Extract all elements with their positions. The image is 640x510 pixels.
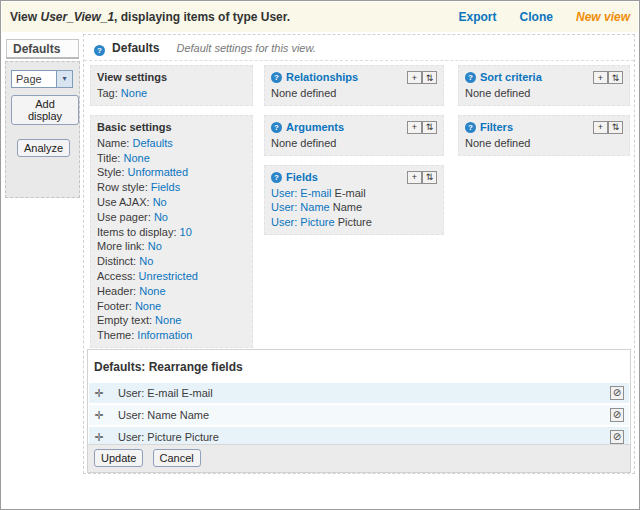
setting-row: Use pager: No bbox=[97, 210, 246, 225]
page-title: View User_View_1, displaying items of ty… bbox=[10, 10, 290, 24]
setting-value-link[interactable]: No bbox=[154, 211, 168, 223]
help-icon[interactable]: ? bbox=[271, 72, 282, 83]
setting-value-link[interactable]: Defaults bbox=[132, 137, 172, 149]
field-link[interactable]: User: E-mail bbox=[271, 187, 332, 199]
help-icon[interactable]: ? bbox=[94, 45, 105, 56]
help-icon[interactable]: ? bbox=[271, 122, 282, 133]
view-settings-title: View settings bbox=[97, 70, 246, 85]
relationships-title-link[interactable]: Relationships bbox=[286, 70, 358, 85]
cancel-button[interactable]: Cancel bbox=[153, 449, 201, 467]
add-field-button[interactable]: + bbox=[407, 171, 422, 184]
views-ui-page: View User_View_1, displaying items of ty… bbox=[0, 0, 640, 510]
filters-box: ? Filters + ⇅ None defined bbox=[458, 115, 630, 156]
setting-value-link[interactable]: Unformatted bbox=[128, 166, 189, 178]
setting-value-link[interactable]: None bbox=[155, 314, 181, 326]
field-row: User: E-mail E-mail bbox=[271, 186, 437, 201]
add-sort-button[interactable]: + bbox=[593, 71, 608, 84]
analyze-button[interactable]: Analyze bbox=[17, 139, 70, 157]
field-link[interactable]: User: Name bbox=[271, 201, 330, 213]
setting-label: Header: bbox=[97, 285, 136, 297]
title-prefix: View bbox=[10, 10, 40, 24]
setting-value-link[interactable]: No bbox=[139, 255, 153, 267]
display-subtitle: Default settings for this view. bbox=[176, 42, 315, 54]
rearrange-filters-button[interactable]: ⇅ bbox=[608, 121, 623, 134]
arguments-box: ? Arguments + ⇅ None defined bbox=[264, 115, 444, 156]
field-label: Picture bbox=[338, 216, 372, 228]
setting-row: Footer: None bbox=[97, 299, 246, 314]
rearrange-sorts-button[interactable]: ⇅ bbox=[608, 71, 623, 84]
setting-label: More link: bbox=[97, 240, 145, 252]
help-icon[interactable]: ? bbox=[465, 122, 476, 133]
setting-label: Row style: bbox=[97, 181, 148, 193]
rearrange-relationships-button[interactable]: ⇅ bbox=[422, 71, 437, 84]
arguments-title-link[interactable]: Arguments bbox=[286, 120, 344, 135]
settings-column-3: ? Sort criteria + ⇅ None defined ? Filte… bbox=[458, 65, 630, 165]
setting-label: Name: bbox=[97, 137, 129, 149]
sort-criteria-header: ? Sort criteria + ⇅ bbox=[465, 70, 623, 85]
clone-link[interactable]: Clone bbox=[520, 10, 553, 24]
field-row: User: Picture Picture bbox=[271, 215, 437, 230]
filters-empty-text: None defined bbox=[465, 136, 623, 151]
setting-value-link[interactable]: 10 bbox=[180, 226, 192, 238]
display-tab-defaults[interactable]: Defaults bbox=[6, 39, 79, 59]
title-suffix: , displaying items of type User. bbox=[114, 10, 290, 24]
relationships-empty-text: None defined bbox=[271, 86, 437, 101]
fields-box: ? Fields + ⇅ User: E-mail E-mail User: N… bbox=[264, 165, 444, 235]
display-settings-panel: ? Defaults Default settings for this vie… bbox=[83, 34, 635, 474]
drag-handle-icon[interactable]: ✛ bbox=[92, 431, 106, 444]
export-link[interactable]: Export bbox=[458, 10, 496, 24]
sort-criteria-title-link[interactable]: Sort criteria bbox=[480, 70, 542, 85]
add-filter-button[interactable]: + bbox=[593, 121, 608, 134]
setting-value-link[interactable]: Information bbox=[137, 329, 192, 341]
remove-field-icon[interactable]: ⊘ bbox=[610, 408, 624, 422]
add-argument-button[interactable]: + bbox=[407, 121, 422, 134]
setting-value-link[interactable]: Unrestricted bbox=[139, 270, 198, 282]
display-type-select[interactable]: Page ▾ bbox=[11, 70, 73, 88]
help-icon[interactable]: ? bbox=[465, 72, 476, 83]
rearrange-row-label: User: Name Name bbox=[118, 409, 610, 421]
rearrange-row: ✛ User: E-mail E-mail ⊘ bbox=[89, 383, 629, 403]
fields-title-link[interactable]: Fields bbox=[286, 170, 318, 185]
setting-value-link[interactable]: Fields bbox=[151, 181, 180, 193]
drag-handle-icon[interactable]: ✛ bbox=[92, 409, 106, 422]
setting-row: Empty text: None bbox=[97, 313, 246, 328]
add-display-button[interactable]: Add display bbox=[11, 95, 79, 125]
field-row: User: Name Name bbox=[271, 200, 437, 215]
setting-label: Items to display: bbox=[97, 226, 176, 238]
settings-column-1: View settings Tag: None Basic settings N… bbox=[90, 65, 253, 357]
remove-field-icon[interactable]: ⊘ bbox=[610, 386, 624, 400]
filters-actions: + ⇅ bbox=[593, 121, 623, 134]
setting-value-link[interactable]: None bbox=[121, 87, 147, 99]
setting-label: Distinct: bbox=[97, 255, 136, 267]
add-relationship-button[interactable]: + bbox=[407, 71, 422, 84]
setting-label: Empty text: bbox=[97, 314, 152, 326]
field-label: Name bbox=[333, 201, 362, 213]
setting-value-link[interactable]: None bbox=[135, 300, 161, 312]
setting-label: Theme: bbox=[97, 329, 134, 341]
update-button[interactable]: Update bbox=[94, 449, 143, 467]
rearrange-row: ✛ User: Name Name ⊘ bbox=[89, 405, 629, 425]
setting-row: Name: Defaults bbox=[97, 136, 246, 151]
rearrange-fields-panel: Defaults: Rearrange fields ✛ User: E-mai… bbox=[87, 349, 631, 473]
setting-value-link[interactable]: No bbox=[148, 240, 162, 252]
field-link[interactable]: User: Picture bbox=[271, 216, 335, 228]
setting-row: Row style: Fields bbox=[97, 180, 246, 195]
setting-label: Use pager: bbox=[97, 211, 151, 223]
setting-value-link[interactable]: None bbox=[124, 152, 150, 164]
setting-label: Footer: bbox=[97, 300, 132, 312]
remove-field-icon[interactable]: ⊘ bbox=[610, 430, 624, 444]
setting-value-link[interactable]: None bbox=[139, 285, 165, 297]
filters-title-link[interactable]: Filters bbox=[480, 120, 513, 135]
setting-value-link[interactable]: No bbox=[153, 196, 167, 208]
new-view-link[interactable]: New view bbox=[576, 10, 630, 24]
display-title: Defaults bbox=[112, 41, 159, 55]
rearrange-fields-button[interactable]: ⇅ bbox=[422, 171, 437, 184]
rearrange-arguments-button[interactable]: ⇅ bbox=[422, 121, 437, 134]
rearrange-footer: Update Cancel bbox=[88, 444, 630, 472]
setting-row: Access: Unrestricted bbox=[97, 269, 246, 284]
drag-handle-icon[interactable]: ✛ bbox=[92, 387, 106, 400]
arguments-header: ? Arguments + ⇅ bbox=[271, 120, 437, 135]
help-icon[interactable]: ? bbox=[271, 172, 282, 183]
view-settings-box: View settings Tag: None bbox=[90, 65, 253, 106]
rearrange-panel-title: Defaults: Rearrange fields bbox=[88, 350, 630, 383]
